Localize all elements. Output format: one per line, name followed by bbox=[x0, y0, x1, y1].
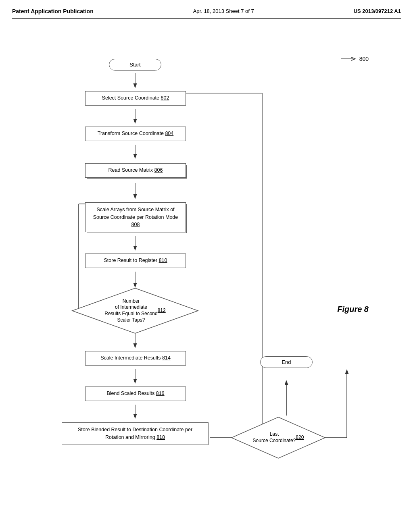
node-816: Blend Scaled Results 816 bbox=[84, 382, 187, 405]
node-810-num: 810 bbox=[159, 258, 167, 263]
node-808: Scale Arrays from Source Matrix of Sourc… bbox=[84, 198, 187, 237]
node-804: Transform Source Coordinate 804 bbox=[84, 123, 187, 145]
node-816-num: 816 bbox=[156, 391, 165, 396]
node-820-diamond: LastSource Coordinate?820 bbox=[230, 416, 327, 460]
node-814-num: 814 bbox=[162, 355, 171, 361]
node-812-label: Numberof IntermediateResults Equal to Se… bbox=[71, 287, 200, 335]
node-804-num: 804 bbox=[165, 131, 173, 136]
node-806-label: Read Source Matrix bbox=[108, 167, 153, 173]
node-808-box: Scale Arrays from Source Matrix of Sourc… bbox=[85, 202, 186, 232]
node-820-label: LastSource Coordinate?820 bbox=[230, 416, 327, 460]
start-label: Start bbox=[109, 59, 161, 71]
node-818-num: 818 bbox=[156, 434, 165, 440]
node-816-box: Blend Scaled Results 816 bbox=[85, 387, 186, 401]
node-812: Numberof IntermediateResults Equal to Se… bbox=[71, 287, 200, 335]
ref-800-num: 800 bbox=[359, 56, 369, 62]
node-818-box: Store Blended Result to Destination Coor… bbox=[62, 422, 209, 445]
node-814-box: Scale Intermediate Results 814 bbox=[85, 351, 186, 366]
ref-800: 800 bbox=[341, 56, 369, 62]
node-820: LastSource Coordinate?820 bbox=[230, 416, 327, 460]
node-802-num: 802 bbox=[161, 95, 169, 101]
node-814: Scale Intermediate Results 814 bbox=[84, 347, 187, 370]
figure-label: Figure 8 bbox=[337, 305, 369, 314]
page: Patent Application Publication Apr. 18, … bbox=[0, 0, 413, 532]
node-808-num: 808 bbox=[131, 222, 140, 227]
node-810: Store Result to Register 810 bbox=[84, 249, 187, 272]
node-802: Select Source Coordinate 802 bbox=[84, 87, 187, 110]
node-812-diamond: Numberof IntermediateResults Equal to Se… bbox=[71, 287, 200, 335]
header-center: Apr. 18, 2013 Sheet 7 of 7 bbox=[193, 8, 254, 14]
header-right: US 2013/097212 A1 bbox=[354, 8, 401, 14]
node-802-box: Select Source Coordinate 802 bbox=[85, 91, 186, 106]
start-node: Start bbox=[107, 56, 163, 73]
end-node: End bbox=[258, 353, 315, 371]
node-810-box: Store Result to Register 810 bbox=[85, 254, 186, 268]
node-802-label: Select Source Coordinate bbox=[102, 95, 159, 101]
header: Patent Application Publication Apr. 18, … bbox=[12, 8, 401, 19]
node-818: Store Blended Result to Destination Coor… bbox=[60, 418, 210, 450]
header-left: Patent Application Publication bbox=[12, 8, 94, 15]
diagram: Start Select Source Coordinate 802 Trans… bbox=[12, 31, 401, 498]
node-806: Read Source Matrix 806 bbox=[84, 158, 187, 183]
node-806-num: 806 bbox=[154, 167, 163, 173]
node-804-label: Transform Source Coordinate bbox=[98, 131, 164, 136]
node-804-box: Transform Source Coordinate 804 bbox=[85, 127, 186, 141]
node-806-box: Read Source Matrix 806 bbox=[85, 163, 186, 178]
end-label: End bbox=[260, 356, 313, 368]
